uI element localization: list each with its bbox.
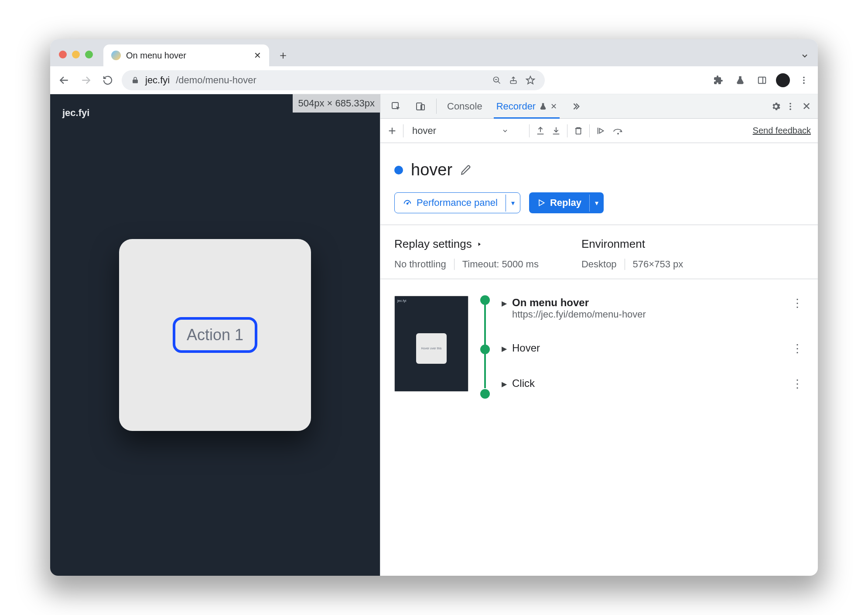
tab-recorder[interactable]: Recorder ✕ xyxy=(490,94,563,118)
svg-line-3 xyxy=(498,81,500,83)
svg-point-9 xyxy=(803,76,805,78)
extensions-icon[interactable] xyxy=(711,72,726,88)
timeline-node-icon xyxy=(480,295,490,305)
devtools-panel: Console Recorder ✕ ✕ hover xyxy=(380,94,818,576)
export-icon[interactable] xyxy=(536,126,545,136)
reload-button[interactable] xyxy=(100,72,116,88)
profile-avatar[interactable] xyxy=(776,73,790,87)
recorder-step[interactable]: ▶ On menu hover https://jec.fyi/demo/men… xyxy=(502,297,804,320)
performance-panel-dropdown[interactable]: ▾ xyxy=(506,195,520,212)
recorder-body: hover Performance panel ▾ Re xyxy=(380,143,818,576)
browser-menu-icon[interactable] xyxy=(796,72,812,88)
recorder-settings: Replay settings No throttling Timeout: 5… xyxy=(391,231,807,273)
svg-marker-24 xyxy=(599,128,603,133)
browser-window: On menu hover ✕ ＋ jec.fyi/demo/menu-hove… xyxy=(50,39,818,576)
svg-marker-29 xyxy=(478,242,480,246)
step-menu-icon[interactable]: ⋮ xyxy=(792,297,804,310)
window-controls xyxy=(59,51,93,58)
devtools-settings-icon[interactable] xyxy=(771,101,781,112)
recording-select[interactable]: hover xyxy=(410,123,523,138)
delete-icon[interactable] xyxy=(574,126,583,136)
tabs-overflow-icon[interactable] xyxy=(800,51,809,60)
tab-console[interactable]: Console xyxy=(441,94,489,118)
recorder-step[interactable]: ▶ Hover ⋮ xyxy=(502,342,804,355)
step-menu-icon[interactable]: ⋮ xyxy=(792,377,804,391)
step-over-icon[interactable] xyxy=(612,126,624,136)
env-device-value: Desktop xyxy=(581,259,625,270)
replay-settings-heading[interactable]: Replay settings xyxy=(394,237,547,251)
disclosure-triangle-icon: ▶ xyxy=(502,345,507,353)
tab-title: On menu hover xyxy=(126,51,186,61)
send-feedback-link[interactable]: Send feedback xyxy=(753,126,811,136)
svg-point-27 xyxy=(407,203,408,204)
minimize-window-icon[interactable] xyxy=(72,51,80,58)
performance-panel-label: Performance panel xyxy=(417,197,498,208)
disclosure-triangle-icon xyxy=(476,241,482,247)
svg-point-10 xyxy=(803,79,805,81)
labs-icon[interactable] xyxy=(732,72,748,88)
zoom-icon[interactable] xyxy=(492,76,501,85)
close-window-icon[interactable] xyxy=(59,51,67,58)
devtools-tabstrip: Console Recorder ✕ ✕ xyxy=(380,94,818,119)
recording-status-icon xyxy=(394,166,403,174)
svg-rect-7 xyxy=(759,77,766,83)
thumbnail-brand: jec.fyi xyxy=(397,299,406,303)
flask-icon xyxy=(539,102,547,110)
close-tab-recorder-icon[interactable]: ✕ xyxy=(550,102,557,111)
favicon-icon xyxy=(111,51,121,60)
url-host: jec.fyi xyxy=(145,75,170,86)
more-tabs-icon[interactable] xyxy=(565,94,587,118)
page-brand: jec.fyi xyxy=(62,107,89,119)
timeline-node-icon xyxy=(480,389,490,399)
step-label: Hover xyxy=(512,342,540,354)
new-tab-button[interactable]: ＋ xyxy=(274,46,292,64)
demo-card: Action 1 xyxy=(119,239,311,431)
viewport-size-badge: 504px × 685.33px xyxy=(293,94,380,113)
chevron-down-icon xyxy=(502,127,509,134)
env-size-value: 576×753 px xyxy=(625,259,691,270)
action-button[interactable]: Action 1 xyxy=(173,317,257,353)
recorder-step[interactable]: ▶ Click ⋮ xyxy=(502,377,804,391)
browser-toolbar: jec.fyi/demo/menu-hover xyxy=(50,66,818,94)
step-timeline xyxy=(479,296,491,392)
content-area: jec.fyi 504px × 685.33px Action 1 Consol… xyxy=(50,94,818,576)
tab-strip: On menu hover ✕ ＋ xyxy=(50,39,818,66)
svg-point-16 xyxy=(789,106,791,107)
sidepanel-icon[interactable] xyxy=(754,72,770,88)
maximize-window-icon[interactable] xyxy=(85,51,93,58)
thumbnail-card: Hover over this xyxy=(416,333,447,364)
address-bar[interactable]: jec.fyi/demo/menu-hover xyxy=(122,70,545,90)
url-path: /demo/menu-hover xyxy=(176,75,256,86)
step-menu-icon[interactable]: ⋮ xyxy=(792,342,804,355)
browser-tab[interactable]: On menu hover ✕ xyxy=(103,44,269,66)
devtools-close-icon[interactable]: ✕ xyxy=(800,100,813,113)
svg-point-17 xyxy=(789,108,791,110)
device-toggle-icon[interactable] xyxy=(409,94,432,118)
devtools-menu-icon[interactable] xyxy=(786,102,795,111)
svg-rect-22 xyxy=(576,128,581,134)
timeout-value[interactable]: Timeout: 5000 ms xyxy=(454,259,547,270)
svg-point-15 xyxy=(789,102,791,104)
replay-dropdown[interactable]: ▾ xyxy=(589,195,604,212)
rendered-page: jec.fyi 504px × 685.33px Action 1 xyxy=(50,94,380,576)
forward-button[interactable] xyxy=(78,72,94,88)
replay-settings-label: Replay settings xyxy=(394,237,472,251)
step-icon[interactable] xyxy=(596,126,606,136)
throttling-value[interactable]: No throttling xyxy=(394,259,454,270)
disclosure-triangle-icon: ▶ xyxy=(502,380,507,388)
back-button[interactable] xyxy=(56,72,72,88)
bookmark-icon[interactable] xyxy=(526,75,535,85)
performance-panel-button[interactable]: Performance panel ▾ xyxy=(394,192,520,213)
replay-label: Replay xyxy=(550,197,581,208)
environment-heading: Environment xyxy=(581,237,691,251)
step-subtitle: https://jec.fyi/demo/menu-hover xyxy=(512,309,646,320)
close-tab-icon[interactable]: ✕ xyxy=(254,50,261,61)
replay-button[interactable]: Replay ▾ xyxy=(529,192,604,213)
environment-label: Environment xyxy=(581,237,645,251)
share-icon[interactable] xyxy=(509,76,518,85)
import-icon[interactable] xyxy=(551,126,561,136)
inspect-icon[interactable] xyxy=(385,94,407,118)
new-recording-icon[interactable] xyxy=(387,126,397,136)
edit-title-icon[interactable] xyxy=(460,164,472,176)
lock-icon xyxy=(131,76,139,84)
